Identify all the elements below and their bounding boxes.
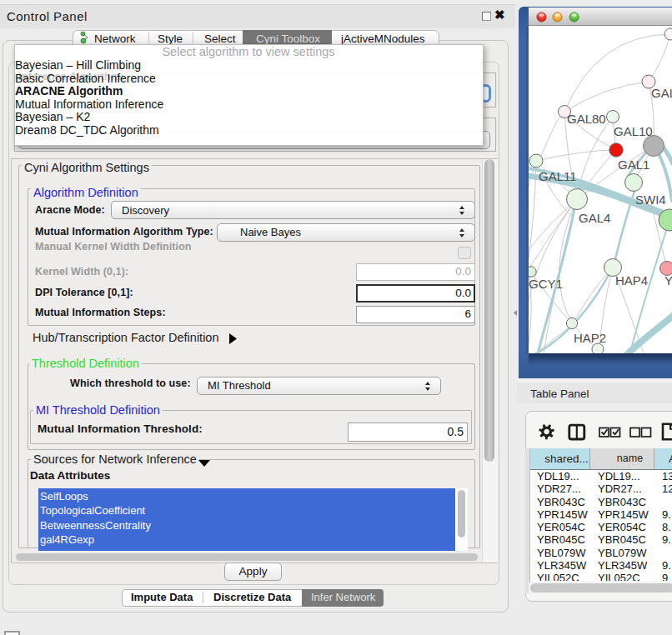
svg-text:GAL4: GAL4 [579,211,610,225]
svg-text:GCY1: GCY1 [529,277,563,291]
svg-text:GAL10: GAL10 [614,124,653,138]
svg-text:SWI4: SWI4 [635,192,666,207]
svg-text:GAL1: GAL1 [618,158,649,172]
svg-text:HAP2: HAP2 [574,331,606,345]
svg-text:Y: Y [664,273,672,288]
svg-text:HAP4: HAP4 [615,273,648,288]
svg-text:GAL7: GAL7 [651,86,672,100]
svg-text:GAL11: GAL11 [539,169,577,183]
svg-text:GAL80: GAL80 [567,112,606,126]
